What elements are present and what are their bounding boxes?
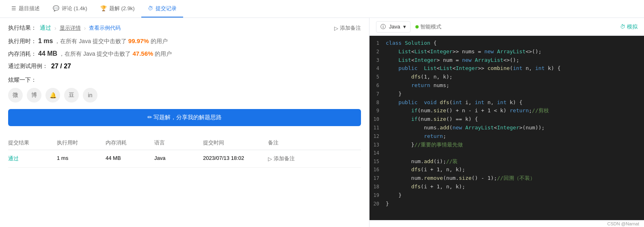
- code-line: 4 public List<List<Integer>> combine(int…: [370, 64, 644, 73]
- example-code-link[interactable]: 查看示例代码: [89, 24, 121, 32]
- time-stat: 执行用时： 1 ms ，在所有 Java 提交中击败了 99.97% 的用户: [8, 37, 361, 45]
- editor-toolbar: ⓘ Java ▾ 智能模式 ⏱ 模拟: [370, 18, 644, 36]
- comments-icon: 💬: [53, 5, 59, 11]
- submissions-icon: ⏱: [148, 5, 153, 11]
- row-memory: 44 MB: [106, 155, 154, 162]
- code-line: 15 num.add(i);//装: [370, 157, 644, 166]
- table-header: 提交结果 执行用时 内存消耗 语言 提交时间 备注: [8, 136, 361, 150]
- row-result[interactable]: 通过: [8, 155, 57, 162]
- bell-btn[interactable]: 🔔: [45, 88, 60, 103]
- result-label: 执行结果：: [8, 24, 37, 32]
- details-link[interactable]: 显示详情: [60, 24, 81, 32]
- code-line: 6 return nums;: [370, 81, 644, 90]
- table-row: 通过 1 ms 44 MB Java 2023/07/13 18:02 ▷ 添加…: [8, 150, 361, 168]
- code-line: 11 nums.add(new ArrayList<Integer>(num))…: [370, 124, 644, 132]
- memory-stat: 内存消耗： 44 MB ，在所有 Java 提交中击败了 47.56% 的用户: [8, 50, 361, 58]
- code-line: 12 return;: [370, 132, 644, 141]
- code-line: 10 if(num.size() == k) {: [370, 115, 644, 124]
- wechat-btn[interactable]: 微: [8, 88, 23, 103]
- right-panel: ⓘ Java ▾ 智能模式 ⏱ 模拟 1class Solution {2 Li…: [370, 18, 644, 227]
- language-selector[interactable]: ⓘ Java ▾: [376, 21, 411, 33]
- tab-solutions[interactable]: 🏆 题解 (2.9k): [94, 0, 141, 17]
- code-line: 2 List<List<Integer>> nums = new ArrayLi…: [370, 48, 644, 56]
- code-line: 19 }: [370, 191, 644, 200]
- code-line: 13 }//重要的事情最先做: [370, 141, 644, 149]
- col-header-note: 备注: [268, 139, 361, 146]
- col-header-time: 执行用时: [57, 139, 106, 146]
- mock-button[interactable]: ⏱ 模拟: [620, 23, 638, 31]
- editor-footer: CSDN @Narnat: [370, 220, 644, 227]
- smart-mode-indicator: 智能模式: [415, 23, 441, 31]
- row-submit-time: 2023/07/13 18:02: [203, 155, 268, 162]
- code-line: 20}: [370, 200, 644, 208]
- status-badge: 通过: [40, 24, 51, 32]
- tab-bar: ☰ 题目描述 💬 评论 (1.4k) 🏆 题解 (2.9k) ⏱ 提交记录: [0, 0, 644, 18]
- col-header-lang: 语言: [154, 139, 203, 146]
- code-line: 5 dfs(1, n, k);: [370, 73, 644, 81]
- col-header-mem: 内存消耗: [106, 139, 154, 146]
- test-cases: 通过测试用例： 27 / 27: [8, 63, 361, 70]
- clock-icon: ⏱: [620, 24, 625, 30]
- code-line: 8 public void dfs(int i, int n, int k) {: [370, 98, 644, 107]
- tab-description[interactable]: ☰ 题目描述: [5, 0, 46, 17]
- info-icon: ⓘ: [380, 23, 386, 31]
- col-header-result: 提交结果: [8, 139, 57, 146]
- green-dot-icon: [415, 25, 419, 28]
- share-section: 炫耀一下： 微 博 🔔 豆 in: [8, 76, 361, 103]
- social-icons: 微 博 🔔 豆 in: [8, 88, 361, 103]
- code-line: 7 }: [370, 90, 644, 98]
- code-editor[interactable]: 1class Solution {2 List<List<Integer>> n…: [370, 36, 644, 220]
- chevron-down-icon: ▾: [403, 24, 406, 30]
- write-solution-button[interactable]: ✏ 写题解，分享我的解题思路: [8, 109, 361, 126]
- code-line: 3 List<Integer> num = new ArrayList<>();: [370, 56, 644, 65]
- code-line: 9 if(num.size() + n - i + 1 < k) return;…: [370, 107, 644, 115]
- code-line: 1class Solution {: [370, 39, 644, 48]
- row-lang: Java: [154, 155, 203, 162]
- tab-submissions[interactable]: ⏱ 提交记录: [141, 0, 183, 17]
- code-line: 18 dfs(i + 1, n, k);: [370, 183, 644, 191]
- weibo-btn[interactable]: 博: [27, 88, 41, 103]
- description-icon: ☰: [11, 5, 16, 11]
- code-line: 14: [370, 149, 644, 157]
- linkedin-btn[interactable]: in: [83, 88, 97, 103]
- result-section: 执行结果： 通过 › 显示详情 › 查看示例代码 ▷ 添加备注: [8, 24, 361, 32]
- row-time: 1 ms: [57, 155, 106, 162]
- left-panel: 执行结果： 通过 › 显示详情 › 查看示例代码 ▷ 添加备注 执行用时： 1 …: [0, 18, 370, 227]
- douban-btn[interactable]: 豆: [64, 88, 79, 103]
- add-note-btn[interactable]: ▷ 添加备注: [334, 24, 361, 32]
- code-line: 17 num.remove(num.size() - 1);//回溯（不装）: [370, 174, 644, 183]
- tab-comments[interactable]: 💬 评论 (1.4k): [46, 0, 94, 17]
- solutions-icon: 🏆: [100, 5, 107, 11]
- code-line: 16 dfs(i + 1, n, k);: [370, 166, 644, 174]
- main-container: 执行结果： 通过 › 显示详情 › 查看示例代码 ▷ 添加备注 执行用时： 1 …: [0, 18, 644, 227]
- col-header-submittime: 提交时间: [203, 139, 268, 146]
- row-note-add[interactable]: ▷ 添加备注: [268, 155, 361, 162]
